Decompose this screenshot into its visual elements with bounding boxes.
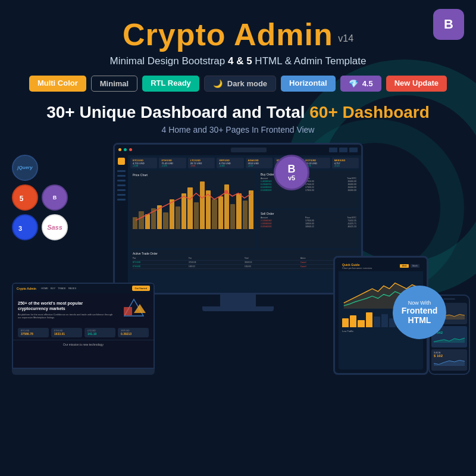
tech-row-1: jQuery <box>12 155 68 181</box>
dash-topbar <box>115 145 361 155</box>
dot-red <box>129 148 132 151</box>
laptop-stat-xrp: XRPUSD 0.39213 <box>118 328 149 337</box>
tablet-header: Quick Guide Chart performance overview W… <box>339 261 423 271</box>
bar-10 <box>187 187 192 229</box>
ticker-ada: ADA/USD 2013 USD +4.757 <box>246 158 273 168</box>
laptop-logo: Crypto Admin <box>17 287 36 290</box>
laptop-stat-eth: ETHUSD 1633.01 <box>51 328 82 337</box>
trades-table: Active Trade Order Pair Fee Total Action… <box>130 250 359 271</box>
laptop-cta[interactable]: Get Started <box>132 286 150 291</box>
dash-btn-2 <box>339 148 347 152</box>
svg-text:3: 3 <box>18 224 22 231</box>
price-chart-title: Price Chart <box>133 173 253 177</box>
bar-6 <box>163 212 168 229</box>
subtitle: Minimal Design Bootstrap 4 & 5 HTML & Ad… <box>18 55 458 67</box>
dot-yellow <box>118 148 121 151</box>
headline: 30+ Unique Dashboard and Total 60+ Dashb… <box>18 102 458 123</box>
bar-4 <box>151 208 156 229</box>
app-title: Crypto Admin <box>123 18 333 52</box>
col-pair: Pair <box>133 257 189 259</box>
sell-col-amount: Amount <box>261 217 268 219</box>
order-col-total: Total BTC <box>347 177 356 180</box>
sidebar-item-3 <box>117 180 126 181</box>
laptop-hero-text: 250+ of the world's most popular cryptoc… <box>18 300 114 319</box>
trade-row-2: ETH/USD 1600.22 1650.00 Cancel <box>133 265 356 269</box>
sell-row-2: 1.00000000 18956.00 41425.71 <box>261 223 356 225</box>
bars <box>133 178 253 229</box>
tab-bar-6 <box>381 314 388 327</box>
bar-2 <box>139 211 143 229</box>
badge-new-update[interactable]: New Update <box>386 76 447 92</box>
mobile-notch <box>443 298 455 300</box>
sell-row-1: 2.53940040 17956.00 71432.35 <box>261 220 356 222</box>
dot-green <box>124 148 127 151</box>
logo-sass: Sass <box>42 214 68 240</box>
bar-17 <box>230 204 235 229</box>
trade-row-1: BTC/USD 37500.36 38100.55 Cancel <box>133 261 356 265</box>
bar-19 <box>243 201 248 229</box>
ticker-mkr: MKR/USD 4,757 +0.121 <box>332 158 359 168</box>
order-section: Buy Order Amount Price Total BTC 1.46926… <box>258 171 359 248</box>
sidebar-item-7 <box>117 199 126 201</box>
trades-header: Pair Fee Total Action <box>133 256 356 261</box>
tablet-header-controls: Week Month <box>400 264 419 268</box>
laptop-topbar: Crypto Admin HOME BUY TRADE PAGES Get St… <box>13 284 154 293</box>
laptop-stat-ltc: LTCUSD 141.10 <box>84 328 115 337</box>
tech-logos: jQuery 5 B 3 Sass <box>12 155 68 240</box>
sell-row-3: 0.00040000 18940.22 40425.33 <box>261 226 356 228</box>
dashboard-inner: BTC/USD 4,755 USD +0.268 ETH/USD 75.43 U… <box>115 145 361 293</box>
sell-order-box: Sell Order Amount Price Total BTC 2.5394… <box>258 210 359 248</box>
laptop-hero-img <box>119 298 149 322</box>
bar-20 <box>249 190 253 229</box>
bar-3 <box>145 214 150 229</box>
dash-charts: Price Chart <box>130 171 359 248</box>
bar-11 <box>194 202 199 229</box>
ticker-eth: ETH/USD 75.43 USD +5.979 <box>159 158 186 168</box>
logo-css3: 3 <box>12 214 38 240</box>
trades-title: Active Trade Order <box>133 252 356 255</box>
bootstrap-v5-badge: B v5 <box>274 155 309 190</box>
tablet-btn-week[interactable]: Week <box>400 264 409 268</box>
bar-18 <box>236 193 241 229</box>
svg-marker-4 <box>134 304 146 313</box>
sidebar-item-2 <box>117 175 126 177</box>
logo-html5: 5 <box>12 184 38 211</box>
laptop-hero-title: 250+ of the world's most popular cryptoc… <box>18 300 114 311</box>
bar-5 <box>157 205 162 229</box>
badge-v45[interactable]: 💎 4.5 <box>340 76 381 92</box>
bar-14 <box>212 199 217 229</box>
dash-sidebar <box>115 155 128 293</box>
laptop-hero-sub: An platform for the most effective Confi… <box>18 313 114 319</box>
buy-row-2: 0.20649761 17944.22 26466.00 <box>261 183 356 186</box>
hero-shapes-svg <box>121 298 148 322</box>
chart-canvas <box>133 178 253 235</box>
ticker-xrp: XRP/USD 4.755 USD +0.268 <box>217 158 243 168</box>
laptop-inner: Crypto Admin HOME BUY TRADE PAGES Get St… <box>13 284 154 368</box>
sidebar-item-6 <box>117 194 126 196</box>
col-total: Total <box>245 257 300 259</box>
tab-bar-5 <box>374 317 380 327</box>
tab-bar-2 <box>350 315 356 327</box>
order-col-amount: Amount <box>261 177 268 180</box>
badge-minimal[interactable]: Minimal <box>91 76 137 92</box>
tech-row-2: 5 B <box>12 184 68 211</box>
price-chart: Price Chart <box>130 171 256 248</box>
sell-order-title: Sell Order <box>261 212 356 215</box>
svg-rect-3 <box>124 307 132 315</box>
devices-area: jQuery 5 B 3 Sass B v5 <box>0 143 476 393</box>
tech-row-3: 3 Sass <box>12 214 68 240</box>
tab-bar-4 <box>366 312 372 327</box>
sell-header-row: Amount Price Total BTC <box>261 217 356 219</box>
badge-horizontal[interactable]: Horizontal <box>281 76 336 92</box>
moon-icon: 🌙 <box>213 79 223 88</box>
dash-topbar-right <box>329 148 358 152</box>
monitor-screen: BTC/USD 4,755 USD +0.268 ETH/USD 75.43 U… <box>113 143 363 295</box>
tablet-btn-month[interactable]: Month <box>411 264 419 268</box>
badge-dark[interactable]: 🌙 Dark mode <box>204 76 276 92</box>
mobile-chart-2 <box>434 334 465 343</box>
monitor-stand <box>220 295 256 306</box>
ticker-ltc: LTC/USD 20.72 USD -0.974 <box>188 158 215 168</box>
badge-rtl[interactable]: RTL Ready <box>142 76 199 92</box>
frontend-html-bubble: Now With Frontend HTML <box>393 286 446 339</box>
badge-multicolor[interactable]: Multi Color <box>29 76 86 92</box>
